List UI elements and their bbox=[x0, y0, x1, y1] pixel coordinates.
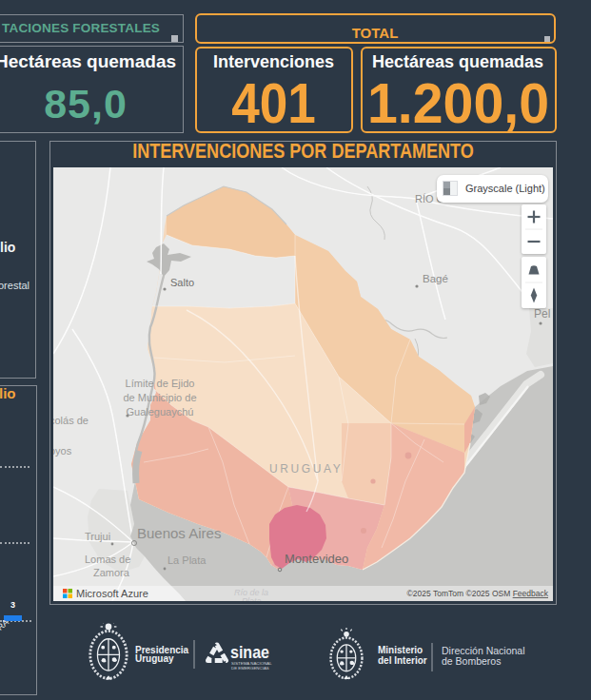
svg-text:Dirección Nacional: Dirección Nacional bbox=[442, 645, 525, 656]
svg-text:colás de: colás de bbox=[53, 415, 89, 426]
svg-text:del Interior: del Interior bbox=[378, 655, 427, 666]
svg-text:Microsoft Azure: Microsoft Azure bbox=[76, 588, 148, 599]
svg-text:La Plata: La Plata bbox=[167, 554, 207, 566]
svg-text:Pel: Pel bbox=[534, 307, 550, 321]
svg-text:URUGUAY: URUGUAY bbox=[269, 462, 343, 476]
svg-text:Bagé: Bagé bbox=[423, 273, 448, 284]
svg-text:Zamora: Zamora bbox=[93, 567, 130, 578]
svg-text:DE EMERGENCIAS: DE EMERGENCIAS bbox=[231, 666, 269, 671]
svg-text:Salto: Salto bbox=[170, 277, 194, 288]
svg-text:Lomas de: Lomas de bbox=[85, 554, 130, 565]
svg-text:de Municipio de: de Municipio de bbox=[123, 392, 196, 403]
svg-text:sinae: sinae bbox=[230, 642, 269, 662]
svg-text:Montevideo: Montevideo bbox=[285, 552, 348, 566]
svg-text:oyos: oyos bbox=[53, 445, 72, 457]
svg-text:©2025 TomTom ©2025 OSM Feedb: ©2025 TomTom ©2025 OSM Feedback bbox=[407, 589, 549, 598]
svg-text:Gualeguaychú: Gualeguaychú bbox=[127, 406, 194, 418]
svg-text:Uruguay: Uruguay bbox=[135, 653, 174, 664]
svg-text:Límite de Ejido: Límite de Ejido bbox=[126, 378, 195, 389]
svg-text:de Bomberos: de Bomberos bbox=[442, 655, 501, 667]
svg-text:Ministerio: Ministerio bbox=[378, 645, 423, 655]
svg-text:Buenos Aires: Buenos Aires bbox=[137, 525, 221, 541]
svg-text:Trujui: Trujui bbox=[85, 531, 110, 542]
